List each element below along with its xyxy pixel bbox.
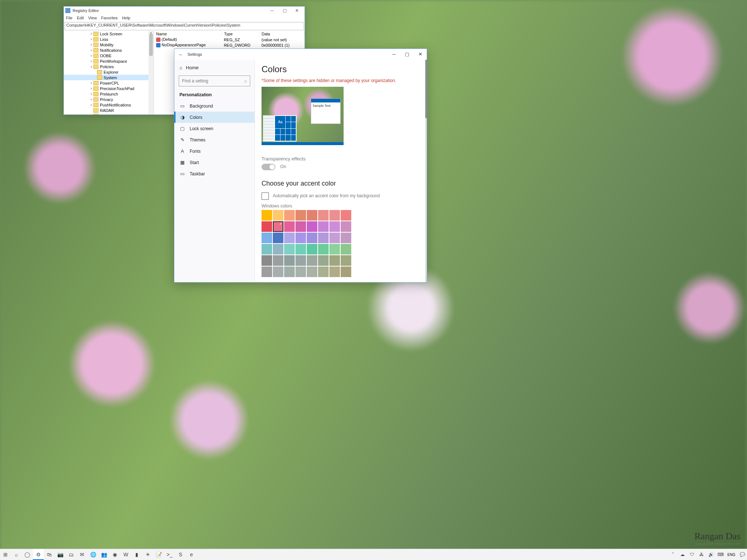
color-swatch[interactable]	[295, 267, 306, 277]
tree-node[interactable]: >PowerCPL	[64, 80, 154, 86]
color-swatch[interactable]	[307, 221, 317, 232]
back-button[interactable]: ←	[174, 52, 187, 57]
color-swatch[interactable]	[262, 210, 272, 221]
color-swatch[interactable]	[295, 210, 306, 221]
close-button[interactable]: ✕	[291, 8, 303, 13]
color-swatch[interactable]	[341, 221, 351, 232]
color-swatch[interactable]	[318, 210, 329, 221]
nav-item-lock-screen[interactable]: ▢Lock screen	[174, 123, 255, 134]
tree-node[interactable]: >PrecisionTouchPad	[64, 86, 154, 91]
color-swatch[interactable]	[318, 267, 329, 277]
color-preview: Sample Text Aa	[262, 87, 344, 145]
color-swatch[interactable]	[307, 244, 317, 254]
menu-favorites[interactable]: Favorites	[101, 16, 117, 20]
value-row[interactable]: NoDispAppearancePageREG_DWORD0x00000001 …	[154, 42, 305, 48]
color-swatch[interactable]	[295, 244, 306, 254]
tree-scrollbar[interactable]: ▴	[148, 31, 154, 114]
menu-edit[interactable]: Edit	[77, 16, 84, 20]
tree-node[interactable]: Run	[64, 113, 154, 114]
color-swatch[interactable]	[307, 255, 317, 266]
transparency-toggle[interactable]	[262, 164, 275, 170]
tree-node[interactable]: >Lxss	[64, 36, 154, 42]
tree-node[interactable]: >Prelaunch	[64, 91, 154, 97]
auto-accent-checkbox[interactable]	[262, 192, 269, 200]
tree-node[interactable]: >Lock Screen	[64, 31, 154, 36]
tree-node[interactable]: >OOBE	[64, 53, 154, 58]
color-swatch[interactable]	[284, 267, 295, 277]
minimize-button[interactable]: ─	[266, 8, 278, 13]
color-swatch[interactable]	[284, 210, 295, 221]
color-swatch[interactable]	[329, 267, 340, 277]
settings-titlebar[interactable]: ← Settings ─ ▢ ✕	[174, 49, 427, 60]
color-swatch[interactable]	[318, 255, 329, 266]
color-swatch[interactable]	[273, 255, 283, 266]
menu-file[interactable]: File	[66, 16, 73, 20]
color-swatch[interactable]	[341, 255, 351, 266]
regedit-tree[interactable]: >Lock Screen>Lxss>Mobility>Notifications…	[64, 31, 154, 114]
color-swatch[interactable]	[284, 255, 295, 266]
nav-item-background[interactable]: ▭Background	[174, 100, 255, 112]
col-header[interactable]: Type	[222, 31, 259, 37]
tree-node[interactable]: >PushNotifications	[64, 102, 154, 108]
color-swatch[interactable]	[284, 221, 295, 232]
color-swatch[interactable]	[273, 267, 283, 277]
value-row[interactable]: (Default)REG_SZ(value not set)	[154, 37, 305, 42]
minimize-button[interactable]: ─	[387, 49, 400, 60]
tree-node[interactable]: Explorer	[64, 69, 154, 75]
tree-node[interactable]: vPolicies	[64, 64, 154, 69]
color-swatch[interactable]	[341, 233, 351, 243]
settings-search[interactable]: Find a setting ⌕	[179, 75, 250, 86]
nav-item-colors[interactable]: ◑Colors	[174, 112, 255, 123]
color-swatch[interactable]	[295, 221, 306, 232]
close-button[interactable]: ✕	[414, 49, 427, 60]
tree-node[interactable]: RADAR	[64, 108, 154, 113]
color-swatch[interactable]	[341, 244, 351, 254]
nav-item-themes[interactable]: ✎Themes	[174, 134, 255, 145]
color-swatch[interactable]	[262, 233, 272, 243]
color-swatch[interactable]	[273, 233, 283, 243]
color-swatch[interactable]	[329, 255, 340, 266]
color-swatch[interactable]	[329, 233, 340, 243]
color-swatch[interactable]	[284, 233, 295, 243]
nav-item-start[interactable]: ▦Start	[174, 157, 255, 168]
maximize-button[interactable]: ▢	[400, 49, 414, 60]
color-swatch[interactable]	[295, 233, 306, 243]
nav-item-fonts[interactable]: AFonts	[174, 145, 255, 157]
menu-help[interactable]: Help	[122, 16, 131, 20]
color-swatch[interactable]	[341, 267, 351, 277]
color-swatch[interactable]	[341, 210, 351, 221]
color-swatch[interactable]	[273, 210, 283, 221]
tree-node[interactable]: >Privacy	[64, 97, 154, 102]
color-swatch[interactable]	[318, 244, 329, 254]
color-swatch[interactable]	[284, 244, 295, 254]
tree-node[interactable]: >PenWorkspace	[64, 58, 154, 64]
color-swatch[interactable]	[262, 244, 272, 254]
color-swatch[interactable]	[262, 221, 272, 232]
color-swatch[interactable]	[307, 267, 317, 277]
color-swatch[interactable]	[307, 210, 317, 221]
color-swatch[interactable]	[318, 221, 329, 232]
color-swatch[interactable]	[295, 255, 306, 266]
maximize-button[interactable]: ▢	[278, 8, 291, 13]
color-swatch[interactable]	[262, 255, 272, 266]
color-swatch[interactable]	[318, 233, 329, 243]
content-scrollbar[interactable]	[425, 60, 427, 282]
menu-view[interactable]: View	[88, 16, 97, 20]
color-swatch[interactable]	[262, 267, 272, 277]
regedit-address-bar[interactable]: Computer\HKEY_CURRENT_USER\Software\Micr…	[65, 22, 304, 30]
nav-section-header: Personalization	[174, 89, 255, 100]
color-swatch[interactable]	[307, 233, 317, 243]
color-swatch[interactable]	[273, 221, 283, 232]
nav-item-taskbar[interactable]: ▭Taskbar	[174, 168, 255, 179]
color-swatch[interactable]	[329, 210, 340, 221]
color-swatch[interactable]	[273, 244, 283, 254]
regedit-titlebar[interactable]: Registry Editor ─ ▢ ✕	[64, 7, 305, 15]
color-swatch[interactable]	[329, 244, 340, 254]
tree-node[interactable]: System	[64, 75, 154, 80]
nav-home[interactable]: ⌂ Home	[174, 63, 255, 73]
col-header[interactable]: Name	[154, 31, 222, 37]
tree-node[interactable]: >Mobility	[64, 42, 154, 47]
col-header[interactable]: Data	[259, 31, 305, 37]
color-swatch[interactable]	[329, 221, 340, 232]
tree-node[interactable]: >Notifications	[64, 47, 154, 53]
